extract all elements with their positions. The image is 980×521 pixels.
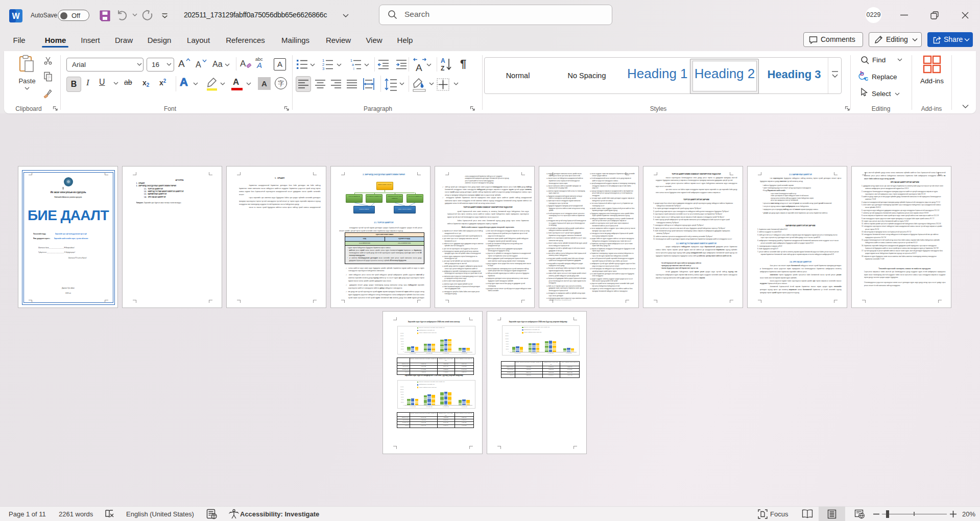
svg-text:A: A: [416, 62, 422, 72]
svg-text:W: W: [12, 12, 20, 20]
svg-text:a: a: [352, 63, 354, 66]
svg-text:A: A: [441, 57, 445, 64]
svg-text:Z: Z: [441, 65, 444, 72]
svg-text:3: 3: [322, 66, 324, 70]
svg-text:1: 1: [350, 59, 352, 62]
svg-text:i: i: [353, 67, 354, 70]
